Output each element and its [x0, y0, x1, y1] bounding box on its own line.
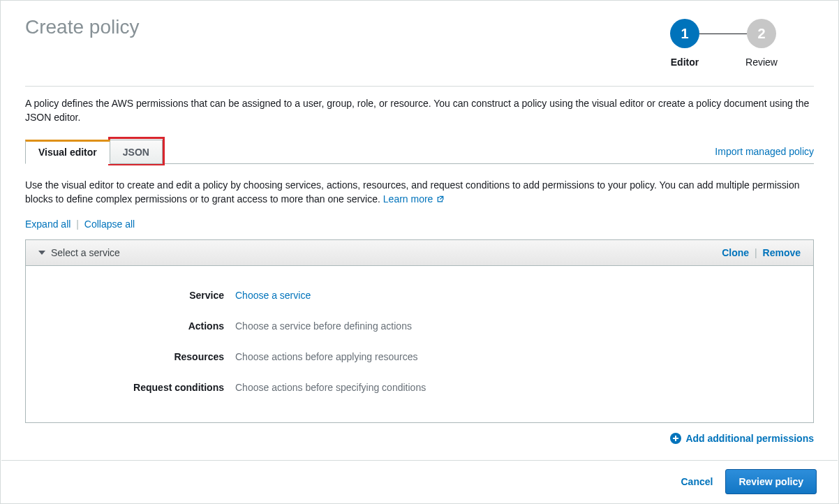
stepper: 1 Editor 2 Review: [646, 16, 814, 68]
choose-service-link[interactable]: Choose a service: [235, 290, 311, 301]
learn-more-link[interactable]: Learn more: [383, 193, 444, 205]
footer-bar: Cancel Review policy: [1, 460, 838, 503]
panel-toggle[interactable]: Select a service: [38, 247, 120, 258]
highlight-json-tab: JSON: [108, 137, 165, 165]
page-title: Create policy: [25, 16, 139, 38]
step-connector: [699, 34, 747, 34]
resources-placeholder: Choose actions before applying resources: [235, 351, 418, 362]
step-badge-2: 2: [747, 19, 776, 48]
label-resources: Resources: [26, 351, 235, 362]
visual-editor-help-text: Use the visual editor to create and edit…: [25, 178, 814, 207]
import-managed-policy-link[interactable]: Import managed policy: [715, 146, 814, 163]
add-additional-permissions-link[interactable]: Add additional permissions: [25, 433, 814, 444]
tab-json[interactable]: JSON: [110, 140, 163, 164]
field-row-actions: Actions Choose a service before defining…: [26, 311, 813, 341]
divider: [25, 86, 814, 87]
step-label-editor: Editor: [671, 57, 699, 68]
step-badge-1: 1: [670, 19, 699, 48]
step-review: 2 Review: [723, 19, 800, 68]
external-link-icon: [437, 195, 444, 202]
field-row-resources: Resources Choose actions before applying…: [26, 341, 813, 372]
remove-link[interactable]: Remove: [763, 247, 801, 258]
intro-text: A policy defines the AWS permissions tha…: [25, 96, 814, 125]
permission-block-panel: Select a service Clone | Remove Service …: [25, 239, 814, 423]
separator: |: [76, 218, 79, 230]
plus-circle-icon: [670, 433, 681, 444]
collapse-all-link[interactable]: Collapse all: [84, 218, 135, 230]
label-actions: Actions: [26, 320, 235, 332]
review-policy-button[interactable]: Review policy: [725, 469, 817, 494]
request-conditions-placeholder: Choose actions before specifying conditi…: [235, 382, 426, 393]
tab-list: Visual editor JSON: [25, 139, 163, 163]
separator: |: [755, 247, 757, 258]
actions-placeholder: Choose a service before defining actions: [235, 320, 412, 332]
panel-title: Select a service: [51, 247, 120, 258]
field-row-service: Service Choose a service: [26, 280, 813, 311]
label-service: Service: [26, 290, 235, 301]
clone-link[interactable]: Clone: [722, 247, 749, 258]
tab-visual-editor[interactable]: Visual editor: [25, 140, 110, 164]
expand-all-link[interactable]: Expand all: [25, 218, 70, 230]
cancel-button[interactable]: Cancel: [681, 476, 713, 487]
field-row-request-conditions: Request conditions Choose actions before…: [26, 372, 813, 403]
learn-more-label: Learn more: [383, 193, 433, 205]
chevron-down-icon: [38, 251, 45, 255]
label-request-conditions: Request conditions: [26, 382, 235, 393]
step-editor: 1 Editor: [646, 19, 723, 68]
add-additional-permissions-label: Add additional permissions: [685, 433, 814, 444]
step-label-review: Review: [745, 57, 778, 68]
